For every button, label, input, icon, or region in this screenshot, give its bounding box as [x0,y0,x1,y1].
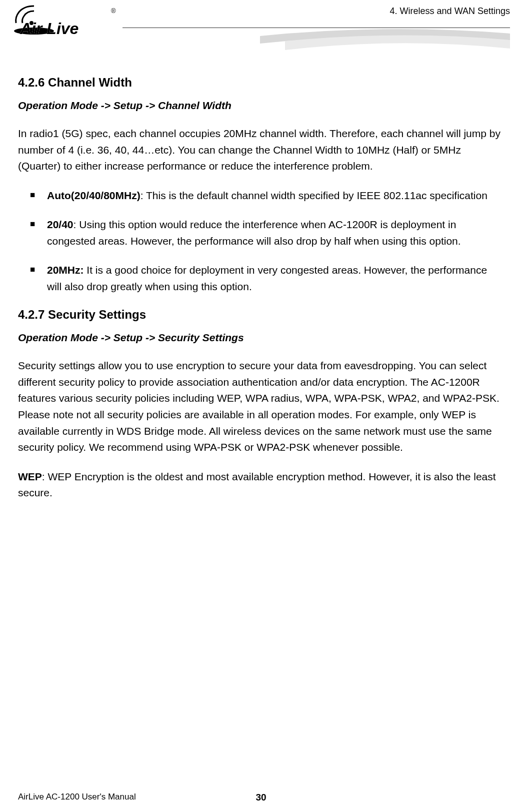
wep-label: WEP [18,471,42,482]
option-text: : This is the default channel width spec… [140,190,488,201]
list-item: 20/40: Using this option would reduce th… [29,217,504,249]
logo: Air Live Air Live ® [9,2,119,42]
page-footer: AirLive AC-1200 User's Manual 30 [18,792,504,802]
footer-page-number: 30 [256,792,266,803]
channel-width-options-list: Auto(20/40/80MHz): This is the default c… [18,188,504,295]
list-item: Auto(20/40/80MHz): This is the default c… [29,188,504,204]
svg-text:®: ® [111,7,116,15]
intro-paragraph-channel-width: In radio1 (5G) spec, each channel occupi… [18,126,504,175]
option-text: It is a good choice for deployment in ve… [47,264,487,292]
svg-text:Air Live: Air Live [20,20,78,38]
header-swoosh-icon [260,26,510,51]
wep-paragraph: WEP: WEP Encryption is the oldest and mo… [18,469,504,501]
chapter-title: 4. Wireless and WAN Settings [390,6,510,17]
option-label: Auto(20/40/80MHz) [47,190,140,201]
section-heading-security: 4.2.7 Security Settings [18,308,504,322]
breadcrumb-security: Operation Mode -> Setup -> Security Sett… [18,332,504,344]
footer-manual-name: AirLive AC-1200 User's Manual [18,792,136,802]
option-label: 20MHz: [47,264,84,276]
page-header: 4. Wireless and WAN Settings Air Live Ai… [0,0,522,58]
section-heading-channel-width: 4.2.6 Channel Width [18,76,504,90]
airlive-logo-icon: Air Live Air Live ® [9,2,119,40]
option-label: 20/40 [47,219,74,230]
breadcrumb-channel-width: Operation Mode -> Setup -> Channel Width [18,100,504,112]
option-text: : Using this option would reduce the int… [47,219,461,247]
list-item: 20MHz: It is a good choice for deploymen… [29,262,504,295]
wep-text: : WEP Encryption is the oldest and most … [18,471,496,499]
security-paragraph: Security settings allow you to use encry… [18,358,504,455]
page-content: 4.2.6 Channel Width Operation Mode -> Se… [0,58,522,501]
